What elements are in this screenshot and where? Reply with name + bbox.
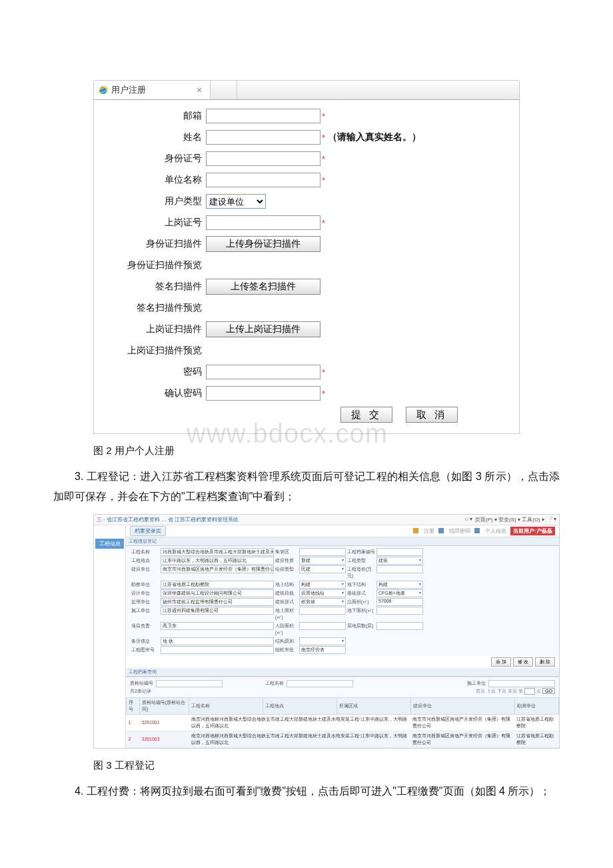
link-personal[interactable]: 个人信息: [483, 527, 508, 535]
select-dsjg[interactable]: 构建: [299, 581, 346, 589]
cancel-button[interactable]: 取 消: [406, 407, 458, 423]
active-tab[interactable]: 用户注册 ×: [94, 81, 211, 99]
input-sjdw[interactable]: 深圳华森建筑与工程设计顾问有限公司: [161, 589, 274, 597]
select-dxjg[interactable]: 设置地线给: [299, 589, 346, 597]
input-gczsh[interactable]: [161, 646, 274, 654]
id-no-input[interactable]: [206, 151, 320, 166]
upload-id-scan-button[interactable]: 上传身份证扫描件: [206, 236, 320, 252]
input-dsmj[interactable]: [299, 607, 346, 615]
tab-title: 用户注册: [111, 84, 193, 96]
project-register-window: 三 · 省江苏省工程档案资料 … 省 江苏工程档案资料管理系统 ⌂ ▾ 页面(P…: [93, 514, 560, 749]
password-input[interactable]: [206, 365, 320, 379]
project-form-grid: 工程名称 河西新城大型综合地铁及市政工程大部新地块土建及水电安装… 集管区 工程…: [126, 546, 559, 656]
label-user-type: 用户类型: [94, 195, 206, 207]
sidebar-item-project-info[interactable]: 工程信息: [95, 539, 124, 549]
submit-button[interactable]: 提 交: [340, 407, 392, 423]
cert-no-input[interactable]: [206, 215, 320, 230]
lbl-dxjg: 建筑荷载: [274, 589, 299, 597]
nav-first[interactable]: 首页: [476, 688, 485, 695]
label-cert-scan: 上岗证扫描件: [94, 323, 206, 335]
toolbar-menu[interactable]: 页面(P) ▾ 安全(S) ▾ 工具(O) ▾: [475, 516, 544, 523]
input-jldw[interactable]: 扬州市建筑工程监理有限责任公司: [161, 598, 274, 606]
select-gclx[interactable]: 建筑: [376, 557, 423, 565]
nav-page-sfx: 页: [536, 688, 541, 695]
delete-button[interactable]: 删 除: [535, 657, 555, 667]
user-type-select[interactable]: 建设单位: [206, 194, 266, 209]
nav-page-input[interactable]: [524, 688, 535, 695]
lbl-zgcs: 层地层数(层): [346, 622, 376, 637]
new-tab-slot[interactable]: [211, 81, 237, 99]
upload-cert-scan-button[interactable]: 上传上岗证扫描件: [206, 321, 320, 337]
select-gclb[interactable]: 民建: [299, 565, 346, 573]
figure-2-caption: 图 2 用户个人注册: [93, 445, 613, 457]
tab-bar-spacer: [237, 81, 519, 99]
edit-icon: [438, 528, 444, 533]
input-dxmj[interactable]: [376, 607, 423, 615]
email-input[interactable]: [206, 109, 320, 123]
input-jsdw[interactable]: 南京市河西新城区房地产开发经营（集团）有限责任公司: [161, 565, 274, 573]
nav-next[interactable]: 下页: [497, 688, 506, 695]
name-hint: （请输入真实姓名。）: [328, 131, 421, 143]
nav-prev[interactable]: 上页: [486, 688, 496, 695]
input-gczj[interactable]: [376, 565, 423, 573]
label-name: 姓名: [94, 131, 206, 143]
warn-icon: [413, 528, 418, 533]
input-nksp[interactable]: 南京经营者: [299, 646, 346, 654]
th-loc: 工程地点: [263, 697, 336, 714]
lbl-zmj: 总面积(㎡): [346, 598, 376, 606]
lbl-beizhu: 备注信息: [130, 637, 161, 645]
input-location[interactable]: 江东中路以东，大明路以西，五环路以北: [161, 557, 274, 565]
crumb-button[interactable]: 档案登录页: [130, 526, 166, 536]
edit-button[interactable]: 修 改: [513, 657, 533, 667]
input-q-zjz[interactable]: [156, 680, 223, 687]
lbl-proj-name: 工程名称: [130, 548, 161, 556]
th-zjz: 质检站编号(质检站合同): [139, 697, 189, 714]
lbl-gczj: 工程造价(万元): [346, 565, 376, 580]
table-row[interactable]: 1 3201001 南京河西地标河西新城大型综合地铁五市政工程大部新建地块土建及…: [127, 714, 559, 731]
section-header-info: 工程信息登记: [126, 537, 559, 546]
input-zmj[interactable]: 57008: [376, 598, 423, 606]
select-jglx2[interactable]: [299, 637, 346, 645]
input-fzr[interactable]: 高卫东: [161, 622, 274, 630]
lbl-nksp: 能耗审批: [274, 646, 299, 654]
label-cert-scan-preview: 上岗证扫描件预览: [94, 345, 206, 357]
lbl-jzbg: 建筑形式: [274, 598, 299, 606]
org-input[interactable]: [206, 173, 320, 187]
upload-sig-scan-button[interactable]: 上传签名扫描件: [206, 279, 320, 295]
lbl-gczsh: 工程图审号: [130, 646, 161, 654]
select-jglx[interactable]: 新建: [299, 557, 346, 565]
input-gcdabh[interactable]: [376, 548, 423, 556]
select-jcxs[interactable]: CFG桩+地基: [376, 589, 423, 597]
required-star: *: [322, 389, 325, 399]
input-sgdw[interactable]: 江苏通州四建集团有限公司: [161, 607, 274, 615]
nav-last[interactable]: 末页: [508, 688, 517, 695]
link-register[interactable]: 注册: [422, 527, 436, 535]
input-yxjzzh[interactable]: [299, 548, 346, 556]
input-beizhu[interactable]: 地 铁: [161, 637, 274, 645]
input-zgcs[interactable]: [376, 622, 423, 630]
required-star: *: [322, 367, 325, 377]
lbl-jgwts: 集管区: [274, 548, 299, 556]
section-header-query: 工程档案查询: [126, 668, 559, 677]
input-kcdw[interactable]: 江苏省地质工程勘察院: [161, 581, 274, 589]
close-icon[interactable]: ×: [193, 85, 206, 95]
nav-go-button[interactable]: GO: [542, 688, 555, 694]
table-row[interactable]: 2 3201003 南京河西地标河西新城大型综合地铁五市政工程大部新建地块土建及…: [127, 731, 559, 747]
select-dxjg2[interactable]: 构建: [376, 581, 423, 589]
select-jzbg[interactable]: 框剪墙: [299, 598, 346, 606]
label-sig-scan: 签名扫描件: [94, 281, 206, 293]
name-input[interactable]: [206, 130, 320, 145]
input-rfmj[interactable]: [299, 622, 346, 630]
password-confirm-input[interactable]: [206, 386, 320, 401]
link-findpwd[interactable]: 找回密码: [447, 527, 472, 535]
help-icon[interactable]: ❔▾: [547, 516, 556, 523]
input-proj-name[interactable]: 河西新城大型综合地铁及市政工程大部新地块土建及水电安装…: [161, 548, 274, 556]
label-password-confirm: 确认密码: [94, 387, 206, 399]
paragraph-4: 4. 工程付费：将网页拉到最右面可看到"缴费"按钮，点击后即可进入"工程缴费"页…: [53, 781, 560, 801]
label-id-scan-preview: 身份证扫描件预览: [94, 259, 206, 271]
required-star: *: [322, 175, 325, 185]
home-icon[interactable]: ⌂ ▾: [465, 516, 472, 523]
input-q-sgdw[interactable]: [488, 680, 555, 687]
input-q-name[interactable]: [287, 680, 353, 687]
add-button[interactable]: 添 加: [491, 657, 511, 667]
